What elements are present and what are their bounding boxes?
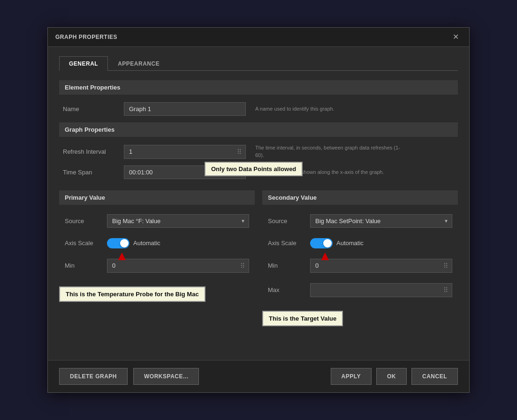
secondary-min-label: Min bbox=[268, 262, 310, 269]
primary-source-select[interactable]: Big Mac °F: Value Option 2 bbox=[107, 214, 249, 228]
refresh-interval-label: Refresh Interval bbox=[63, 148, 124, 155]
secondary-axis-scale-row: Axis Scale Automatic ▲ bbox=[262, 236, 458, 250]
dialog-footer: DELETE GRAPH WORKSPACE... APPLY OK CANCE… bbox=[48, 360, 469, 392]
target-value-callout-wrapper: This is the Target Value bbox=[262, 311, 343, 326]
temp-probe-callout-wrapper: This is the Temperature Probe for the Bi… bbox=[59, 286, 205, 302]
apply-button[interactable]: APPLY bbox=[331, 368, 372, 385]
name-input-wrapper bbox=[124, 102, 246, 116]
dialog-title: GRAPH PROPERTIES bbox=[55, 34, 117, 40]
name-label: Name bbox=[63, 105, 124, 112]
ok-button[interactable]: OK bbox=[376, 368, 407, 385]
primary-source-label: Source bbox=[65, 218, 107, 225]
spacer bbox=[59, 313, 458, 351]
secondary-toggle-knob bbox=[323, 239, 332, 248]
refresh-interval-row: Refresh Interval ⠿ The time interval, in… bbox=[59, 144, 458, 159]
secondary-min-row: Min ⠿ bbox=[262, 257, 458, 275]
secondary-arrow: ▲ bbox=[319, 249, 332, 262]
secondary-source-label: Source bbox=[268, 218, 310, 225]
primary-up-arrow-icon: ▲ bbox=[115, 248, 129, 263]
primary-min-label: Min bbox=[65, 262, 107, 269]
primary-source-select-wrapper: Big Mac °F: Value Option 2 ▼ bbox=[107, 214, 249, 228]
secondary-max-row: Max ⠿ bbox=[262, 281, 458, 299]
tab-appearance[interactable]: APPEARANCE bbox=[108, 56, 169, 71]
primary-axis-scale-row: Axis Scale Automatic ▲ bbox=[59, 236, 255, 250]
close-button[interactable]: ✕ bbox=[450, 32, 462, 42]
secondary-source-select-wrapper: Big Mac SetPoint: Value Option 2 ▼ bbox=[310, 214, 452, 228]
footer-right-buttons: APPLY OK CANCEL bbox=[331, 368, 458, 385]
footer-left-buttons: DELETE GRAPH WORKSPACE... bbox=[59, 368, 199, 385]
secondary-source-select[interactable]: Big Mac SetPoint: Value Option 2 bbox=[310, 214, 452, 228]
grid-icon: ⠿ bbox=[233, 145, 245, 158]
graph-properties-section: Refresh Interval ⠿ The time interval, in… bbox=[59, 144, 458, 179]
name-input[interactable] bbox=[124, 103, 245, 115]
primary-axis-toggle-container: Automatic bbox=[107, 238, 160, 248]
primary-fields: Source Big Mac °F: Value Option 2 ▼ Axis… bbox=[59, 212, 255, 275]
secondary-max-label: Max bbox=[268, 286, 310, 293]
secondary-axis-scale-label: Axis Scale bbox=[268, 240, 310, 247]
secondary-up-arrow-icon: ▲ bbox=[319, 248, 332, 263]
tabs-container: GENERAL APPEARANCE bbox=[59, 56, 458, 71]
tab-general[interactable]: GENERAL bbox=[59, 56, 108, 71]
secondary-value-header: Secondary Value bbox=[262, 190, 458, 205]
primary-min-row: Min ⠿ bbox=[59, 257, 255, 275]
dialog-titlebar: GRAPH PROPERTIES ✕ bbox=[48, 28, 469, 47]
refresh-interval-hint: The time interval, in seconds, between g… bbox=[255, 144, 405, 159]
primary-axis-scale-text: Automatic bbox=[133, 240, 160, 247]
refresh-interval-input-wrapper: ⠿ bbox=[124, 145, 246, 159]
secondary-max-input[interactable] bbox=[311, 284, 440, 296]
target-value-callout: This is the Target Value bbox=[262, 311, 343, 326]
primary-axis-toggle[interactable] bbox=[107, 238, 129, 248]
primary-value-section: Primary Value Source Big Mac °F: Value O… bbox=[59, 190, 255, 306]
primary-value-header: Primary Value bbox=[59, 190, 255, 205]
element-properties-header: Element Properties bbox=[59, 80, 458, 95]
secondary-fields: Source Big Mac SetPoint: Value Option 2 … bbox=[262, 212, 458, 299]
data-points-callout-wrapper: Only two Data Points allowed bbox=[205, 162, 303, 176]
time-span-label: Time Span bbox=[63, 169, 124, 176]
primary-min-grid-icon: ⠿ bbox=[236, 259, 249, 272]
cancel-button[interactable]: CANCEL bbox=[411, 368, 458, 385]
secondary-axis-toggle-container: Automatic bbox=[310, 238, 364, 248]
primary-source-row: Source Big Mac °F: Value Option 2 ▼ bbox=[59, 212, 255, 230]
primary-axis-scale-label: Axis Scale bbox=[65, 240, 107, 247]
graph-properties-dialog: GRAPH PROPERTIES ✕ GENERAL APPEARANCE El… bbox=[47, 27, 470, 393]
primary-toggle-knob bbox=[120, 239, 129, 248]
name-row: Name A name used to identify this graph. bbox=[59, 102, 458, 116]
temp-probe-callout: This is the Temperature Probe for the Bi… bbox=[59, 286, 205, 302]
secondary-source-row: Source Big Mac SetPoint: Value Option 2 … bbox=[262, 212, 458, 230]
data-points-callout: Only two Data Points allowed bbox=[205, 162, 303, 176]
secondary-max-input-wrapper: ⠿ bbox=[310, 283, 452, 297]
secondary-axis-toggle[interactable] bbox=[310, 238, 333, 248]
secondary-max-grid-icon: ⠿ bbox=[440, 284, 452, 297]
secondary-min-grid-icon: ⠿ bbox=[440, 259, 452, 272]
dialog-body: GENERAL APPEARANCE Element Properties Na… bbox=[48, 47, 469, 360]
secondary-value-section: Secondary Value Source Big Mac SetPoint:… bbox=[262, 190, 458, 306]
refresh-interval-input[interactable] bbox=[124, 145, 233, 158]
name-hint: A name used to identify this graph. bbox=[255, 105, 335, 112]
secondary-axis-scale-text: Automatic bbox=[336, 240, 364, 247]
delete-graph-button[interactable]: DELETE GRAPH bbox=[59, 368, 128, 385]
time-span-row: Time Span 00:01:00 00:05:00 00:10:00 00:… bbox=[59, 165, 458, 179]
primary-arrow: ▲ bbox=[115, 249, 129, 262]
graph-properties-header: Graph Properties bbox=[59, 122, 458, 137]
workspace-button[interactable]: WORKSPACE... bbox=[133, 368, 199, 385]
values-container: Primary Value Source Big Mac °F: Value O… bbox=[59, 190, 458, 306]
